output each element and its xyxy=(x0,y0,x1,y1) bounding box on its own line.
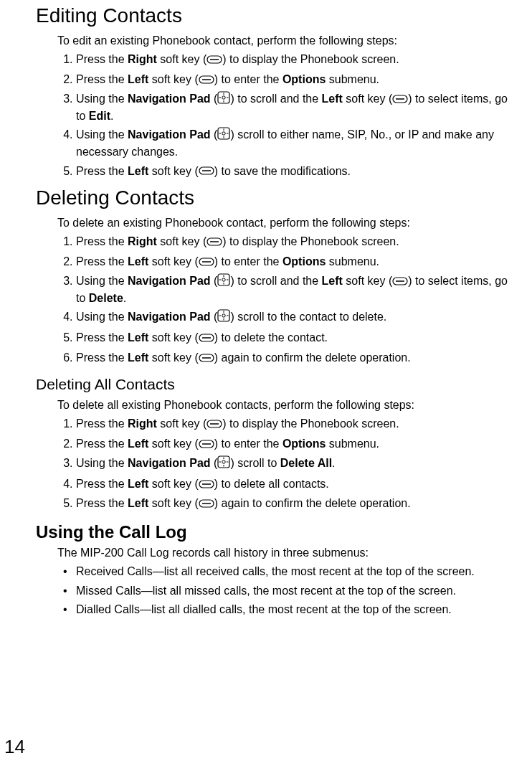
svg-point-47 xyxy=(222,460,225,463)
list-item: Press the Left soft key () again to conf… xyxy=(76,350,518,367)
svg-point-13 xyxy=(222,132,225,135)
bold-left: Left xyxy=(128,255,148,268)
bold-left: Left xyxy=(128,165,148,177)
bold-delete: Delete xyxy=(89,292,123,304)
text: Using the xyxy=(76,311,128,323)
bold-navpad: Navigation Pad xyxy=(128,93,211,105)
text: ) to display the Phonebook screen. xyxy=(222,53,399,65)
bold-delete-all: Delete All xyxy=(280,457,332,469)
text: Press the xyxy=(76,255,128,268)
soft-key-icon xyxy=(199,72,214,88)
soft-key-icon xyxy=(206,235,222,250)
soft-key-icon xyxy=(199,164,214,179)
text: soft key ( xyxy=(157,53,206,65)
text: soft key ( xyxy=(148,255,198,268)
bold-options: Options xyxy=(282,438,326,450)
text: Using the xyxy=(76,128,128,141)
text: soft key ( xyxy=(148,478,198,490)
list-item: Press the Left soft key () again to conf… xyxy=(76,496,518,512)
text: Press the xyxy=(76,497,128,509)
bold-left: Left xyxy=(128,438,148,450)
text: ) scroll to the contact to delete. xyxy=(230,311,386,323)
text: soft key ( xyxy=(157,235,206,247)
bold-navpad: Navigation Pad xyxy=(128,128,211,141)
list-item: Press the Right soft key () to display t… xyxy=(76,234,518,250)
soft-key-icon xyxy=(206,417,222,433)
heading-editing-contacts: Editing Contacts xyxy=(36,4,518,27)
text: ) to scroll and the xyxy=(230,275,321,287)
text: ) to save the modifications. xyxy=(214,165,351,177)
steps-deleting-all: Press the Right soft key () to display t… xyxy=(57,416,518,512)
bold-navpad: Navigation Pad xyxy=(128,275,211,287)
text: Press the xyxy=(76,438,128,450)
text: Press the xyxy=(76,165,128,177)
text: ) again to confirm the delete operation. xyxy=(214,351,411,364)
text: Using the xyxy=(76,457,128,469)
text: submenu. xyxy=(326,438,379,450)
heading-deleting-contacts: Deleting Contacts xyxy=(36,186,518,209)
text: soft key ( xyxy=(148,331,198,344)
text: ) to enter the xyxy=(214,73,282,85)
list-item: Using the Navigation Pad () scroll to ei… xyxy=(76,127,518,159)
steps-editing: Press the Right soft key () to display t… xyxy=(57,52,518,179)
text: soft key ( xyxy=(148,351,198,364)
text: soft key ( xyxy=(157,417,206,430)
heading-deleting-all-contacts: Deleting All Contacts xyxy=(36,376,518,393)
list-item: Received Calls—list all received calls, … xyxy=(76,564,518,580)
soft-key-icon xyxy=(206,52,222,68)
list-item: Using the Navigation Pad () scroll to De… xyxy=(76,455,518,473)
text: ) to enter the xyxy=(214,255,282,268)
svg-point-25 xyxy=(222,278,225,281)
text: Press the xyxy=(76,351,128,364)
text: ) to display the Phonebook screen. xyxy=(222,235,399,247)
text: submenu. xyxy=(326,255,379,268)
list-item: Press the Left soft key () to delete the… xyxy=(76,330,518,346)
soft-key-icon xyxy=(199,496,214,512)
soft-key-icon xyxy=(199,331,214,346)
text: soft key ( xyxy=(148,438,198,450)
text: Using the xyxy=(76,93,128,105)
list-item: Press the Left soft key () to enter the … xyxy=(76,254,518,270)
bold-right: Right xyxy=(128,53,157,65)
text: ) to enter the xyxy=(214,438,282,450)
text: Press the xyxy=(76,478,128,490)
soft-key-icon xyxy=(199,255,214,270)
navigation-pad-icon xyxy=(217,309,230,326)
heading-using-call-log: Using the Call Log xyxy=(36,522,518,542)
bold-right: Right xyxy=(128,417,157,430)
text: soft key ( xyxy=(343,93,392,105)
text: Press the xyxy=(76,53,128,65)
text: ) again to confirm the delete operation. xyxy=(214,497,411,509)
svg-point-33 xyxy=(222,314,225,317)
soft-key-icon xyxy=(199,437,214,453)
list-item: Press the Left soft key () to save the m… xyxy=(76,164,518,180)
bold-options: Options xyxy=(282,255,326,268)
text: ( xyxy=(211,93,218,105)
text: ( xyxy=(211,275,218,287)
text: ) to display the Phonebook screen. xyxy=(222,417,399,430)
bold-options: Options xyxy=(282,73,326,85)
text: . xyxy=(110,110,113,122)
list-item: Dialled Calls—list all dialled calls, th… xyxy=(76,602,518,618)
list-item: Press the Right soft key () to display t… xyxy=(76,52,518,68)
navigation-pad-icon xyxy=(217,455,230,473)
bold-left: Left xyxy=(128,497,148,509)
navigation-pad-icon xyxy=(217,273,230,290)
text: soft key ( xyxy=(148,73,198,85)
intro-editing: To edit an existing Phonebook contact, p… xyxy=(57,34,518,47)
soft-key-icon xyxy=(199,351,214,367)
list-item: Press the Left soft key () to enter the … xyxy=(76,436,518,453)
text: Press the xyxy=(76,73,128,85)
text: soft key ( xyxy=(148,165,198,177)
soft-key-icon xyxy=(392,92,408,108)
bold-left: Left xyxy=(128,73,148,85)
page-number: 14 xyxy=(4,736,25,758)
text: . xyxy=(332,457,335,469)
steps-deleting: Press the Right soft key () to display t… xyxy=(57,234,518,366)
list-item: Press the Left soft key () to delete all… xyxy=(76,476,518,493)
text: soft key ( xyxy=(148,497,198,509)
soft-key-icon xyxy=(199,477,214,493)
bold-left: Left xyxy=(128,351,148,364)
list-item: Using the Navigation Pad () to scroll an… xyxy=(76,91,518,123)
bold-left: Left xyxy=(128,331,148,344)
